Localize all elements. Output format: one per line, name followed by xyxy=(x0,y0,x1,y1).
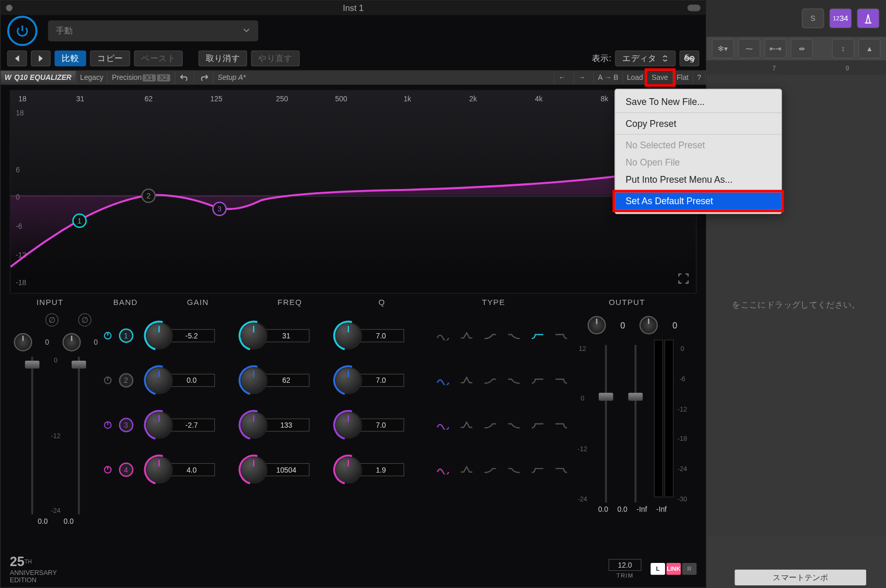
copy-button[interactable]: コピー xyxy=(90,51,130,66)
save-new-file-item[interactable]: Save To New File... xyxy=(615,93,781,111)
x2-button[interactable]: X2 xyxy=(157,74,170,81)
filter-type-5[interactable] xyxy=(554,331,568,340)
filter-type-2[interactable] xyxy=(483,331,497,340)
x1-button[interactable]: X1 xyxy=(142,74,155,81)
auto-zoom-icon[interactable]: ▲ xyxy=(858,39,881,58)
filter-type-1[interactable] xyxy=(459,331,474,340)
band-power-1[interactable] xyxy=(101,330,113,342)
undo-button[interactable]: 取り消す xyxy=(199,51,247,66)
filter-type-1[interactable] xyxy=(459,465,474,475)
channel-r-button[interactable]: R xyxy=(682,563,697,575)
freq-value-2[interactable]: 62 xyxy=(263,374,309,387)
freq-knob-3[interactable] xyxy=(240,411,267,439)
channel-l-button[interactable]: L xyxy=(650,563,665,575)
channel-link-button[interactable]: LINK xyxy=(667,563,681,575)
freq-value-1[interactable]: 31 xyxy=(263,329,309,342)
eq-node-2[interactable]: 2 xyxy=(141,189,156,203)
band-number-1[interactable]: 1 xyxy=(119,328,133,343)
band-number-2[interactable]: 2 xyxy=(119,373,133,388)
filter-type-2[interactable] xyxy=(483,465,497,475)
gain-value-2[interactable]: 0.0 xyxy=(169,374,215,387)
setup-prev[interactable]: ← xyxy=(554,71,574,84)
filter-type-0[interactable] xyxy=(436,376,450,385)
q-knob-1[interactable] xyxy=(334,322,362,349)
gain-knob-3[interactable] xyxy=(145,411,172,439)
undo-waves-button[interactable] xyxy=(176,71,194,84)
eq-graph[interactable]: 18 31 62 125 250 500 1k 2k 4k 8k 18 6 0 … xyxy=(10,90,697,293)
zoom-fit-icon[interactable]: ⇤⇥ xyxy=(764,39,787,58)
preset-select[interactable]: 手動 xyxy=(48,20,259,41)
band-number-4[interactable]: 4 xyxy=(119,463,133,477)
input-slider-r[interactable] xyxy=(64,357,94,514)
freq-knob-1[interactable] xyxy=(240,322,267,349)
filter-type-4[interactable] xyxy=(530,331,545,340)
filter-type-4[interactable] xyxy=(530,465,545,475)
freq-knob-4[interactable] xyxy=(240,456,267,484)
filter-type-5[interactable] xyxy=(554,376,568,385)
redo-button[interactable]: やり直す xyxy=(251,51,300,66)
trim-value[interactable]: 12.0 xyxy=(609,559,642,571)
timeline-ruler[interactable]: 7 9 xyxy=(706,61,885,75)
q-value-3[interactable]: 7.0 xyxy=(358,418,404,431)
gain-value-3[interactable]: -2.7 xyxy=(169,418,215,431)
q-knob-3[interactable] xyxy=(334,411,362,439)
q-knob-4[interactable] xyxy=(334,456,362,484)
filter-type-4[interactable] xyxy=(530,420,545,430)
gain-knob-2[interactable] xyxy=(145,367,172,394)
window-handle[interactable] xyxy=(687,5,701,11)
eq-node-3[interactable]: 3 xyxy=(212,202,227,216)
gain-value-4[interactable]: 4.0 xyxy=(169,463,215,476)
snap-icon[interactable]: ⇹ xyxy=(790,39,813,58)
filter-type-0[interactable] xyxy=(436,465,450,475)
bypass-button[interactable] xyxy=(7,16,38,46)
filter-type-4[interactable] xyxy=(530,376,545,385)
a-to-b-button[interactable]: A → B xyxy=(594,71,623,84)
gain-knob-1[interactable] xyxy=(145,322,172,349)
phase-l-button[interactable]: ∅ xyxy=(45,313,59,326)
put-into-menu-item[interactable]: Put Into Preset Menu As... xyxy=(615,171,781,188)
waveform-icon[interactable]: ⁓ xyxy=(738,39,761,58)
freq-value-3[interactable]: 133 xyxy=(263,418,309,431)
phase-r-button[interactable]: ∅ xyxy=(78,313,91,326)
q-knob-2[interactable] xyxy=(334,367,362,394)
input-knob-l[interactable] xyxy=(14,333,32,351)
fullscreen-icon[interactable] xyxy=(678,273,690,286)
filter-type-1[interactable] xyxy=(459,376,474,385)
q-value-1[interactable]: 7.0 xyxy=(358,329,404,342)
gain-knob-4[interactable] xyxy=(145,456,172,484)
freq-knob-2[interactable] xyxy=(240,367,267,394)
filter-type-0[interactable] xyxy=(436,420,450,430)
output-slider-l[interactable] xyxy=(591,345,621,502)
filter-type-3[interactable] xyxy=(506,420,521,430)
vertical-zoom-icon[interactable]: ↕ xyxy=(832,39,855,58)
band-power-4[interactable] xyxy=(101,464,113,476)
legacy-button[interactable]: Legacy xyxy=(76,71,108,84)
q-value-4[interactable]: 1.9 xyxy=(358,463,404,476)
band-power-2[interactable] xyxy=(101,374,113,386)
band-power-3[interactable] xyxy=(101,419,113,431)
input-slider-l[interactable] xyxy=(18,357,48,514)
filter-type-3[interactable] xyxy=(506,376,521,385)
help-button[interactable]: ? xyxy=(693,71,706,84)
redo-waves-button[interactable] xyxy=(194,71,213,84)
output-knob-l[interactable] xyxy=(588,316,606,334)
paste-button[interactable]: ペースト xyxy=(134,51,183,66)
next-preset-button[interactable] xyxy=(31,51,51,66)
gain-value-1[interactable]: -5.2 xyxy=(169,329,215,342)
save-button[interactable]: Save xyxy=(648,71,673,84)
output-slider-r[interactable] xyxy=(621,345,650,502)
filter-type-3[interactable] xyxy=(506,465,521,475)
freq-value-4[interactable]: 10504 xyxy=(263,463,309,476)
band-number-3[interactable]: 3 xyxy=(119,418,133,432)
output-knob-r[interactable] xyxy=(639,316,658,334)
input-knob-r[interactable] xyxy=(62,333,80,351)
filter-type-1[interactable] xyxy=(459,420,474,430)
setup-select[interactable]: Setup A* xyxy=(214,71,555,84)
close-button[interactable] xyxy=(6,5,13,11)
eq-node-1[interactable]: 1 xyxy=(72,214,87,228)
sidechain-link-button[interactable] xyxy=(680,51,700,66)
gear-icon[interactable]: ✻▾ xyxy=(712,39,734,58)
filter-type-5[interactable] xyxy=(554,420,568,430)
smart-tempo-button[interactable]: スマートテンポ xyxy=(735,570,866,585)
metronome-button[interactable] xyxy=(857,8,879,28)
